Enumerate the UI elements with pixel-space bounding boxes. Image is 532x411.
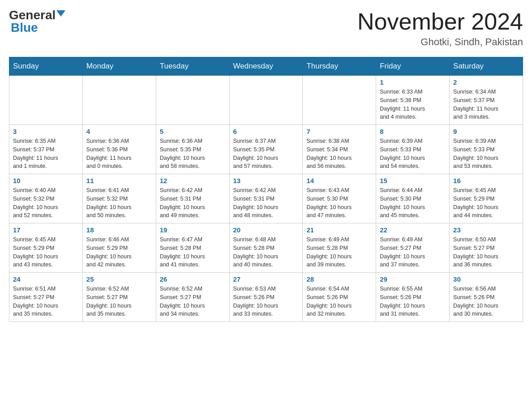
day-number: 30 <box>453 275 519 283</box>
calendar-table: SundayMondayTuesdayWednesdayThursdayFrid… <box>9 57 523 322</box>
logo-triangle-icon <box>56 10 65 17</box>
calendar-cell: 29Sunrise: 6:55 AM Sunset: 5:26 PM Dayli… <box>376 273 450 322</box>
day-info: Sunrise: 6:47 AM Sunset: 5:28 PM Dayligh… <box>160 235 226 269</box>
day-number: 5 <box>160 128 226 135</box>
day-number: 11 <box>86 177 152 184</box>
weekday-header-tuesday: Tuesday <box>156 57 229 76</box>
page-header: General Blue November 2024 Ghotki, Sindh… <box>9 9 523 48</box>
day-number: 4 <box>86 128 152 135</box>
day-info: Sunrise: 6:41 AM Sunset: 5:32 PM Dayligh… <box>86 186 152 220</box>
calendar-cell: 20Sunrise: 6:48 AM Sunset: 5:28 PM Dayli… <box>229 223 303 273</box>
calendar-cell: 10Sunrise: 6:40 AM Sunset: 5:32 PM Dayli… <box>9 174 83 223</box>
logo-general-text: General <box>9 9 56 21</box>
day-info: Sunrise: 6:45 AM Sunset: 5:29 PM Dayligh… <box>453 186 519 220</box>
calendar-cell: 25Sunrise: 6:52 AM Sunset: 5:27 PM Dayli… <box>82 273 156 322</box>
week-row-5: 24Sunrise: 6:51 AM Sunset: 5:27 PM Dayli… <box>9 273 523 322</box>
day-number: 1 <box>380 78 446 86</box>
day-number: 16 <box>453 177 519 184</box>
calendar-cell: 13Sunrise: 6:42 AM Sunset: 5:31 PM Dayli… <box>229 174 303 223</box>
weekday-header-monday: Monday <box>82 57 156 76</box>
day-number: 10 <box>13 177 79 184</box>
location-subtitle: Ghotki, Sindh, Pakistan <box>357 36 523 48</box>
calendar-cell: 18Sunrise: 6:46 AM Sunset: 5:29 PM Dayli… <box>82 223 156 273</box>
day-info: Sunrise: 6:44 AM Sunset: 5:30 PM Dayligh… <box>380 186 446 220</box>
calendar-cell <box>229 76 303 125</box>
calendar-cell: 15Sunrise: 6:44 AM Sunset: 5:30 PM Dayli… <box>376 174 450 223</box>
day-info: Sunrise: 6:43 AM Sunset: 5:30 PM Dayligh… <box>306 186 372 220</box>
calendar-cell: 17Sunrise: 6:45 AM Sunset: 5:29 PM Dayli… <box>9 223 83 273</box>
weekday-header-sunday: Sunday <box>9 57 83 76</box>
week-row-1: 1Sunrise: 6:33 AM Sunset: 5:38 PM Daylig… <box>9 76 523 125</box>
day-number: 9 <box>453 128 519 135</box>
day-info: Sunrise: 6:46 AM Sunset: 5:29 PM Dayligh… <box>86 235 152 269</box>
calendar-cell: 26Sunrise: 6:52 AM Sunset: 5:27 PM Dayli… <box>156 273 229 322</box>
day-info: Sunrise: 6:53 AM Sunset: 5:26 PM Dayligh… <box>233 285 299 318</box>
day-info: Sunrise: 6:56 AM Sunset: 5:26 PM Dayligh… <box>453 285 519 318</box>
calendar-cell <box>156 76 229 125</box>
week-row-4: 17Sunrise: 6:45 AM Sunset: 5:29 PM Dayli… <box>9 223 523 273</box>
calendar-cell: 21Sunrise: 6:49 AM Sunset: 5:28 PM Dayli… <box>303 223 376 273</box>
day-info: Sunrise: 6:33 AM Sunset: 5:38 PM Dayligh… <box>380 88 446 121</box>
calendar-cell: 1Sunrise: 6:33 AM Sunset: 5:38 PM Daylig… <box>376 76 450 125</box>
day-number: 3 <box>13 128 79 135</box>
week-row-2: 3Sunrise: 6:35 AM Sunset: 5:37 PM Daylig… <box>9 125 523 174</box>
calendar-cell: 8Sunrise: 6:39 AM Sunset: 5:33 PM Daylig… <box>376 125 450 174</box>
calendar-cell: 3Sunrise: 6:35 AM Sunset: 5:37 PM Daylig… <box>9 125 83 174</box>
day-info: Sunrise: 6:55 AM Sunset: 5:26 PM Dayligh… <box>380 285 446 318</box>
weekday-header-thursday: Thursday <box>303 57 376 76</box>
day-info: Sunrise: 6:45 AM Sunset: 5:29 PM Dayligh… <box>13 235 79 269</box>
day-info: Sunrise: 6:49 AM Sunset: 5:27 PM Dayligh… <box>380 235 446 269</box>
day-number: 8 <box>380 128 446 135</box>
calendar-cell: 22Sunrise: 6:49 AM Sunset: 5:27 PM Dayli… <box>376 223 450 273</box>
day-number: 19 <box>160 226 226 234</box>
calendar-cell: 23Sunrise: 6:50 AM Sunset: 5:27 PM Dayli… <box>450 223 523 273</box>
calendar-cell: 30Sunrise: 6:56 AM Sunset: 5:26 PM Dayli… <box>450 273 523 322</box>
calendar-cell: 5Sunrise: 6:36 AM Sunset: 5:35 PM Daylig… <box>156 125 229 174</box>
day-number: 17 <box>13 226 79 234</box>
calendar-cell: 7Sunrise: 6:38 AM Sunset: 5:34 PM Daylig… <box>303 125 376 174</box>
day-info: Sunrise: 6:40 AM Sunset: 5:32 PM Dayligh… <box>13 186 79 220</box>
calendar-cell <box>9 76 83 125</box>
weekday-header-row: SundayMondayTuesdayWednesdayThursdayFrid… <box>9 57 523 76</box>
day-number: 15 <box>380 177 446 184</box>
weekday-header-friday: Friday <box>376 57 450 76</box>
day-number: 6 <box>233 128 299 135</box>
day-info: Sunrise: 6:37 AM Sunset: 5:35 PM Dayligh… <box>233 137 299 171</box>
weekday-header-wednesday: Wednesday <box>229 57 303 76</box>
calendar-cell <box>303 76 376 125</box>
month-year-title: November 2024 <box>357 9 523 34</box>
day-number: 2 <box>453 78 519 86</box>
day-info: Sunrise: 6:50 AM Sunset: 5:27 PM Dayligh… <box>453 235 519 269</box>
day-info: Sunrise: 6:34 AM Sunset: 5:37 PM Dayligh… <box>453 88 519 121</box>
day-number: 12 <box>160 177 226 184</box>
day-number: 27 <box>233 275 299 283</box>
day-number: 22 <box>380 226 446 234</box>
day-number: 29 <box>380 275 446 283</box>
calendar-cell: 19Sunrise: 6:47 AM Sunset: 5:28 PM Dayli… <box>156 223 229 273</box>
day-info: Sunrise: 6:36 AM Sunset: 5:35 PM Dayligh… <box>160 137 226 171</box>
title-block: November 2024 Ghotki, Sindh, Pakistan <box>357 9 523 48</box>
calendar-cell: 6Sunrise: 6:37 AM Sunset: 5:35 PM Daylig… <box>229 125 303 174</box>
calendar-cell: 16Sunrise: 6:45 AM Sunset: 5:29 PM Dayli… <box>450 174 523 223</box>
day-info: Sunrise: 6:38 AM Sunset: 5:34 PM Dayligh… <box>306 137 372 171</box>
calendar-cell <box>82 76 156 125</box>
calendar-cell: 28Sunrise: 6:54 AM Sunset: 5:26 PM Dayli… <box>303 273 376 322</box>
day-number: 28 <box>306 275 372 283</box>
day-info: Sunrise: 6:54 AM Sunset: 5:26 PM Dayligh… <box>306 285 372 318</box>
day-info: Sunrise: 6:51 AM Sunset: 5:27 PM Dayligh… <box>13 285 79 318</box>
day-info: Sunrise: 6:39 AM Sunset: 5:33 PM Dayligh… <box>380 137 446 171</box>
calendar-cell: 12Sunrise: 6:42 AM Sunset: 5:31 PM Dayli… <box>156 174 229 223</box>
day-info: Sunrise: 6:49 AM Sunset: 5:28 PM Dayligh… <box>306 235 372 269</box>
day-number: 25 <box>86 275 152 283</box>
logo: General Blue <box>9 9 65 34</box>
calendar-cell: 9Sunrise: 6:39 AM Sunset: 5:33 PM Daylig… <box>450 125 523 174</box>
weekday-header-saturday: Saturday <box>450 57 523 76</box>
day-info: Sunrise: 6:35 AM Sunset: 5:37 PM Dayligh… <box>13 137 79 171</box>
day-info: Sunrise: 6:42 AM Sunset: 5:31 PM Dayligh… <box>160 186 226 220</box>
calendar-cell: 11Sunrise: 6:41 AM Sunset: 5:32 PM Dayli… <box>82 174 156 223</box>
day-info: Sunrise: 6:36 AM Sunset: 5:36 PM Dayligh… <box>86 137 152 171</box>
calendar-cell: 2Sunrise: 6:34 AM Sunset: 5:37 PM Daylig… <box>450 76 523 125</box>
day-number: 7 <box>306 128 372 135</box>
day-info: Sunrise: 6:52 AM Sunset: 5:27 PM Dayligh… <box>86 285 152 318</box>
day-number: 21 <box>306 226 372 234</box>
